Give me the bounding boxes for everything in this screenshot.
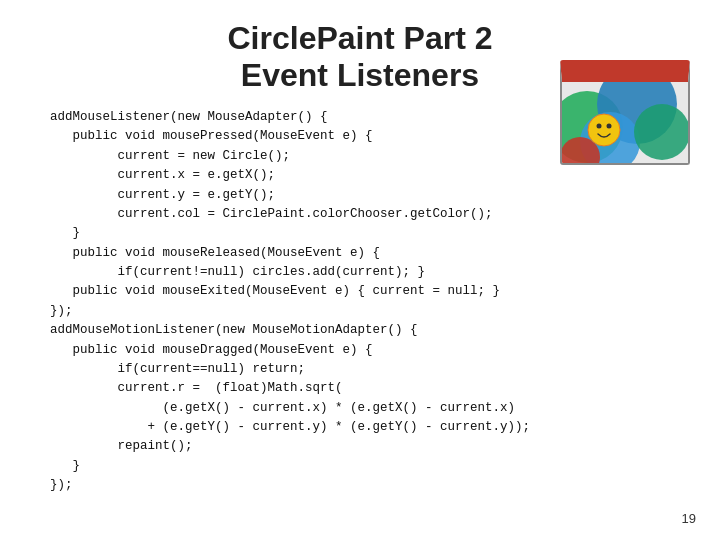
preview-svg <box>562 82 690 165</box>
preview-canvas <box>562 82 688 163</box>
close-icon <box>672 66 684 78</box>
preview-titlebar <box>562 62 688 82</box>
slide: CirclePaint Part 2 Event Listeners <box>0 0 720 540</box>
maximize-icon <box>658 66 670 78</box>
svg-point-3 <box>634 104 690 160</box>
minimize-icon <box>644 66 656 78</box>
svg-point-6 <box>597 124 602 129</box>
page-number: 19 <box>682 511 696 526</box>
svg-point-5 <box>588 114 620 146</box>
svg-point-7 <box>607 124 612 129</box>
title-line1: CirclePaint Part 2 <box>40 20 680 57</box>
code-block: addMouseListener(new MouseAdapter() { pu… <box>50 108 680 496</box>
preview-window <box>560 60 690 165</box>
